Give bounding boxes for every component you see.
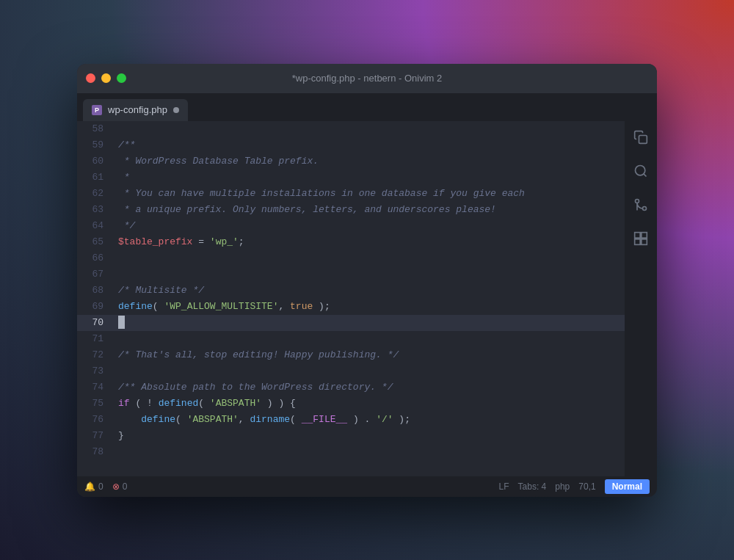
line-number: 69 bbox=[77, 299, 112, 315]
token: defined bbox=[159, 398, 199, 409]
token: * WordPress Database Table prefix. bbox=[118, 156, 319, 167]
table-row: 72/* That's all, stop editing! Happy pub… bbox=[77, 347, 625, 363]
token bbox=[118, 414, 141, 425]
line-content bbox=[112, 363, 625, 379]
line-content: * You can have multiple installations in… bbox=[112, 186, 625, 202]
line-number: 66 bbox=[77, 250, 112, 266]
token: 'WP_ALLOW_MULTISITE' bbox=[164, 301, 278, 312]
line-number: 62 bbox=[77, 186, 112, 202]
svg-point-3 bbox=[643, 206, 647, 210]
token: ); bbox=[313, 301, 330, 312]
line-number: 73 bbox=[77, 363, 112, 379]
token: $table_prefix bbox=[118, 236, 192, 247]
main-content: 58 59/**60 * WordPress Database Table pr… bbox=[77, 121, 657, 476]
line-number: 59 bbox=[77, 137, 112, 153]
svg-point-1 bbox=[636, 165, 645, 175]
table-row: 75if ( ! defined( 'ABSPATH' ) ) { bbox=[77, 396, 625, 412]
token: ; bbox=[239, 236, 244, 247]
git-icon[interactable] bbox=[631, 194, 651, 215]
traffic-lights bbox=[86, 73, 126, 83]
line-content bbox=[112, 121, 625, 137]
tab-bar: P wp-config.php bbox=[77, 93, 657, 121]
line-content: define( 'ABSPATH', dirname( __FILE__ ) .… bbox=[112, 412, 625, 428]
line-number: 78 bbox=[77, 444, 112, 460]
line-content: } bbox=[112, 428, 625, 444]
app-window: *wp-config.php - netbern - Onivim 2 P wp… bbox=[77, 64, 657, 497]
table-row: 65$table_prefix = 'wp_'; bbox=[77, 234, 625, 250]
token: ( bbox=[198, 398, 210, 409]
error-status: ⊗ 0 bbox=[112, 481, 128, 492]
line-number: 76 bbox=[77, 412, 112, 428]
token: } bbox=[118, 430, 124, 441]
line-content: /* That's all, stop editing! Happy publi… bbox=[112, 347, 625, 363]
line-content bbox=[112, 266, 625, 283]
table-row: 62 * You can have multiple installations… bbox=[77, 186, 625, 202]
token: ); bbox=[393, 414, 410, 425]
token: /* Multisite */ bbox=[118, 285, 204, 296]
svg-point-4 bbox=[636, 199, 639, 203]
line-content: $table_prefix = 'wp_'; bbox=[112, 234, 625, 250]
token: ) . bbox=[347, 414, 376, 425]
token: if bbox=[118, 398, 130, 409]
maximize-button[interactable] bbox=[117, 73, 126, 83]
table-row: 63 * a unique prefix. Only numbers, lett… bbox=[77, 202, 625, 218]
line-content: */ bbox=[112, 218, 625, 234]
table-row: 58 bbox=[77, 121, 625, 137]
line-number: 64 bbox=[77, 218, 112, 234]
token: 'wp_' bbox=[210, 236, 239, 247]
close-button[interactable] bbox=[86, 73, 95, 83]
editor-area[interactable]: 58 59/**60 * WordPress Database Table pr… bbox=[77, 121, 625, 476]
line-content: /** bbox=[112, 137, 625, 153]
line-number: 67 bbox=[77, 266, 112, 283]
token: , bbox=[278, 301, 290, 312]
token: dirname bbox=[250, 414, 290, 425]
line-content: if ( ! defined( 'ABSPATH' ) ) { bbox=[112, 396, 625, 412]
line-content: /* Multisite */ bbox=[112, 283, 625, 299]
line-number: 77 bbox=[77, 428, 112, 444]
line-number: 60 bbox=[77, 153, 112, 170]
search-icon[interactable] bbox=[631, 161, 651, 181]
table-row: 64 */ bbox=[77, 218, 625, 234]
code-container[interactable]: 58 59/**60 * WordPress Database Table pr… bbox=[77, 121, 625, 476]
tab-php-icon: P bbox=[92, 105, 102, 115]
token: /* That's all, stop editing! Happy publi… bbox=[118, 349, 399, 360]
code-lines: 58 59/**60 * WordPress Database Table pr… bbox=[77, 121, 625, 460]
cursor bbox=[118, 316, 125, 329]
line-content: * bbox=[112, 170, 625, 186]
token: /** bbox=[118, 139, 135, 150]
token: * a unique prefix. Only numbers, letters… bbox=[118, 204, 496, 215]
copy-icon[interactable] bbox=[631, 127, 651, 148]
line-content bbox=[112, 331, 625, 347]
bell-status: 🔔 0 bbox=[84, 481, 103, 492]
svg-rect-8 bbox=[642, 239, 647, 244]
token: , bbox=[239, 414, 250, 425]
token: */ bbox=[118, 220, 135, 231]
token: * bbox=[118, 172, 130, 183]
bell-count: 0 bbox=[98, 481, 103, 492]
token: define bbox=[118, 301, 153, 312]
token: = bbox=[192, 236, 209, 247]
token: ( bbox=[153, 301, 164, 312]
table-row: 60 * WordPress Database Table prefix. bbox=[77, 153, 625, 170]
minimize-button[interactable] bbox=[101, 73, 111, 83]
token: ( ! bbox=[130, 398, 159, 409]
table-row: 71 bbox=[77, 331, 625, 347]
line-content: /** Absolute path to the WordPress direc… bbox=[112, 379, 625, 396]
token: ( bbox=[175, 414, 187, 425]
line-content bbox=[112, 444, 625, 460]
title-bar: *wp-config.php - netbern - Onivim 2 bbox=[77, 64, 657, 93]
svg-rect-5 bbox=[635, 232, 641, 238]
cursor-position: 70,1 bbox=[578, 481, 595, 492]
table-row: 73 bbox=[77, 363, 625, 379]
svg-line-2 bbox=[644, 173, 647, 176]
line-number: 74 bbox=[77, 379, 112, 396]
line-number: 63 bbox=[77, 202, 112, 218]
table-row: 78 bbox=[77, 444, 625, 460]
tab-wp-config[interactable]: P wp-config.php bbox=[83, 99, 188, 121]
table-row: 77} bbox=[77, 428, 625, 444]
token: 'ABSPATH' bbox=[187, 414, 239, 425]
line-number: 71 bbox=[77, 331, 112, 347]
table-row: 61 * bbox=[77, 170, 625, 186]
extensions-icon[interactable] bbox=[631, 228, 651, 249]
line-content: * WordPress Database Table prefix. bbox=[112, 153, 625, 170]
